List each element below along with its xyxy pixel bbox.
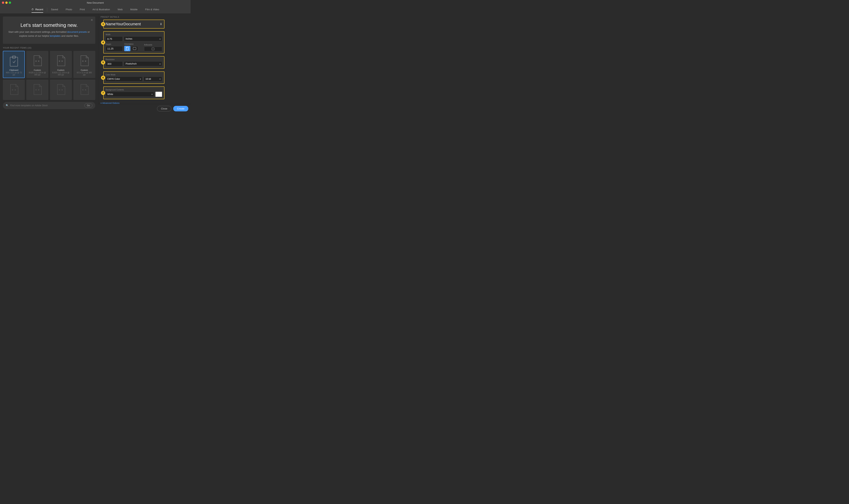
recent-item-custom-1[interactable]: Custom 8.625 x 11.125 in @ 300 ppi <box>26 51 48 78</box>
bg-contents-select-wrap: White Black Background Color Transparent… <box>106 92 154 97</box>
hero-title: Let's start something new. <box>7 22 91 28</box>
recent-item-clipboard[interactable]: Clipboard 468 x 111 px @ 72 ppi <box>3 51 25 78</box>
height-label: Height <box>106 43 123 45</box>
hero-text-after: and starter files. <box>60 34 79 37</box>
recent-item-7[interactable] <box>73 79 95 100</box>
fullscreen-traffic-light[interactable] <box>9 1 11 4</box>
clipboard-icon <box>8 54 20 67</box>
width-unit-wrap: Inches Pixels Centimeters <box>124 36 162 41</box>
width-unit-select[interactable]: Inches Pixels Centimeters <box>124 36 162 41</box>
color-mode-section: 6 Color Mode CMYK Color RGB Color Graysc… <box>103 71 164 85</box>
artboards-group: Artboards <box>144 44 162 51</box>
width-label: Width <box>106 34 162 36</box>
hero-text: Start with your own document settings, p… <box>7 30 91 38</box>
dimensions-section: 4 Width Inches Pixels Centimeters <box>103 31 164 55</box>
items-grid: Clipboard 468 x 111 px @ 72 ppi Custom <box>3 51 95 100</box>
doc-name-section: 3 ⬇ <box>103 20 164 30</box>
recent-item-custom-3[interactable]: Custom 8.5 x 11 in @ 300 ppi <box>73 51 95 78</box>
resolution-unit-wrap: Pixels/Inch Pixels/Centimeter <box>124 61 162 67</box>
height-input[interactable] <box>106 46 123 51</box>
doc-name-row: ⬇ <box>106 22 162 26</box>
badge-6: 6 <box>101 76 105 80</box>
recent-item-5[interactable] <box>26 79 48 100</box>
window-title: New Document <box>87 1 104 4</box>
left-panel: ✕ Let's start something new. Start with … <box>0 14 98 113</box>
close-button[interactable]: Close <box>157 106 171 111</box>
recent-item-name-3: Custom <box>81 69 88 71</box>
artboards-button[interactable] <box>144 47 162 51</box>
tab-saved[interactable]: Saved <box>47 6 62 12</box>
hero-presets-link[interactable]: document presets <box>67 31 87 33</box>
svg-rect-32 <box>133 48 136 50</box>
close-traffic-light[interactable] <box>2 1 4 4</box>
portrait-button[interactable] <box>124 46 131 51</box>
bg-contents-block: 7 Background Contents White Black Backgr… <box>103 87 164 99</box>
recent-item-desc-0: 468 x 111 px @ 72 ppi <box>5 72 22 76</box>
dimensions-block: 4 Width Inches Pixels Centimeters <box>103 31 164 54</box>
tab-photo[interactable]: Photo <box>62 6 76 12</box>
minimize-traffic-light[interactable] <box>5 1 7 4</box>
tab-mobile[interactable]: Mobile <box>126 6 141 12</box>
recent-items-header: YOUR RECENT ITEMS (16) <box>3 47 95 49</box>
tab-recent[interactable]: ⏱ Recent <box>28 6 47 12</box>
svg-rect-30 <box>126 47 128 50</box>
artboard-icon <box>152 48 154 50</box>
recent-item-desc-1: 8.625 x 11.125 in @ 300 ppi <box>29 72 46 76</box>
recent-item-4[interactable] <box>3 79 25 100</box>
tab-film[interactable]: Film & Video <box>141 6 163 12</box>
badge-5: 5 <box>101 60 105 65</box>
recent-item-desc-2: 8.625 x 11.125 in @ 300 ppi <box>52 72 70 76</box>
hero-section: ✕ Let's start something new. Start with … <box>3 17 95 44</box>
doc-name-block: 3 ⬇ <box>103 20 164 29</box>
search-go-button[interactable]: Go <box>84 103 92 108</box>
create-button[interactable]: Create <box>173 106 188 111</box>
orientation-buttons <box>124 46 142 51</box>
recent-item-name-1: Custom <box>34 69 41 71</box>
portrait-icon <box>126 47 128 50</box>
color-mode-label: Color Mode <box>106 74 162 76</box>
resolution-unit-select[interactable]: Pixels/Inch Pixels/Centimeter <box>124 61 162 66</box>
resolution-input[interactable] <box>106 61 123 67</box>
advanced-options-toggle[interactable]: Advanced Options <box>101 102 164 104</box>
custom-doc-icon-2 <box>55 54 67 67</box>
bg-contents-select[interactable]: White Black Background Color Transparent… <box>106 92 154 97</box>
tab-bar: ⏱ Recent Saved Photo Print Art & Illustr… <box>0 5 191 14</box>
bottom-buttons: Close Create <box>98 104 191 113</box>
svg-rect-31 <box>126 48 127 48</box>
resolution-label: Resolution <box>106 58 162 60</box>
resolution-block: 5 Resolution Pixels/Inch Pixels/Centimet… <box>103 56 164 69</box>
color-mode-row: CMYK Color RGB Color Grayscale Bitmap La… <box>106 76 162 82</box>
main-layout: ✕ Let's start something new. Start with … <box>0 14 191 113</box>
bg-contents-row: White Black Background Color Transparent… <box>106 92 162 97</box>
search-input[interactable] <box>10 104 83 107</box>
tab-print[interactable]: Print <box>76 6 89 12</box>
bit-depth-select[interactable]: 8 bit 16 bit 32 bit <box>144 76 162 82</box>
recent-item-6[interactable] <box>50 79 72 100</box>
hero-close-button[interactable]: ✕ <box>91 18 93 21</box>
recent-item-desc-3: 8.5 x 11 in @ 300 ppi <box>76 72 93 76</box>
custom-doc-icon-6 <box>55 83 67 96</box>
color-mode-select[interactable]: CMYK Color RGB Color Grayscale Bitmap La… <box>106 76 142 82</box>
hero-templates-link[interactable]: templates <box>50 34 60 37</box>
preset-details-label: PRESET DETAILS <box>101 16 164 18</box>
custom-doc-icon-4 <box>8 83 20 96</box>
svg-rect-0 <box>10 57 18 66</box>
width-input[interactable] <box>106 36 123 41</box>
doc-name-input[interactable] <box>106 22 160 26</box>
svg-rect-33 <box>152 48 154 50</box>
title-bar: New Document <box>0 0 191 5</box>
bg-contents-section: 7 Background Contents White Black Backgr… <box>103 87 164 100</box>
bg-contents-label: Background Contents <box>106 89 162 91</box>
color-mode-wrap: CMYK Color RGB Color Grayscale Bitmap La… <box>106 76 142 82</box>
save-preset-icon[interactable]: ⬇ <box>160 22 162 26</box>
bg-color-swatch[interactable] <box>155 92 162 97</box>
landscape-button[interactable] <box>131 46 138 51</box>
resolution-section: 5 Resolution Pixels/Inch Pixels/Centimet… <box>103 56 164 70</box>
custom-doc-icon-7 <box>79 83 90 96</box>
right-wrapper: PRESET DETAILS 3 ⬇ 4 Width <box>98 14 191 113</box>
tab-web[interactable]: Web <box>114 6 126 12</box>
right-panel: PRESET DETAILS 3 ⬇ 4 Width <box>98 14 167 104</box>
tab-art[interactable]: Art & Illustration <box>89 6 114 12</box>
badge-7: 7 <box>101 91 105 95</box>
recent-item-custom-2[interactable]: Custom 8.625 x 11.125 in @ 300 ppi <box>50 51 72 78</box>
